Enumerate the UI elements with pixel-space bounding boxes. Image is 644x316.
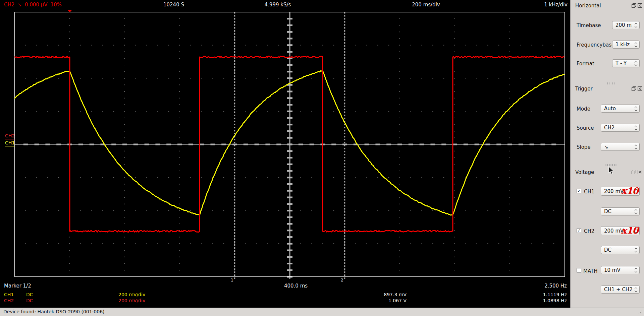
math-gain-select[interactable]: 10 mV — [601, 266, 640, 274]
format-select[interactable]: T - Y — [612, 59, 640, 67]
spinner-arrows-icon[interactable] — [632, 124, 639, 131]
scope-canvas[interactable] — [0, 0, 570, 308]
dock-controls-trigger — [632, 86, 642, 91]
ch2-coupling-select[interactable]: DC — [601, 246, 640, 254]
spinner-arrows-icon[interactable] — [632, 105, 639, 112]
ch2-checkbox-label: CH2 — [584, 228, 594, 234]
dock-title-horizontal: Horizontal — [575, 3, 601, 9]
marker-frequency: 2.500 Hz — [544, 283, 567, 289]
dock-controls-voltage — [632, 170, 642, 174]
float-dock-icon[interactable] — [632, 170, 636, 174]
marker-title: Marker 1/2 — [4, 283, 31, 289]
close-dock-icon[interactable] — [638, 86, 642, 91]
ch1-gain-readout: 200 mV/div — [118, 292, 145, 297]
dock-title-trigger: Trigger — [575, 86, 593, 92]
frequencybase-readout: 1 kHz/div — [544, 2, 568, 8]
dock-title-voltage: Voltage — [575, 169, 594, 175]
ch1-probe-badge: x10 — [621, 186, 638, 196]
spinner-arrows-icon[interactable] — [632, 246, 639, 254]
dock-panel-column: Horizontal Timebase 200 ms Frequencybase… — [570, 0, 644, 308]
frequencybase-select[interactable]: 1 kHz — [612, 41, 640, 49]
spinner-arrows-icon[interactable] — [632, 60, 639, 67]
oscilloscope-window: CH2 ↘ 0.000 µV 10% 10240 S 4.999 kS/s 20… — [0, 0, 644, 316]
spinner-arrows-icon[interactable] — [632, 266, 639, 274]
trigger-status: CH2 ↘ 0.000 µV 10% — [4, 2, 62, 8]
marker-span: 400.0 ms — [284, 283, 308, 289]
samplerate: 4.999 kS/s — [265, 2, 291, 8]
trigger-slope-select[interactable]: ↘ — [601, 143, 640, 151]
frequencybase-label: Frequencybase — [577, 42, 614, 48]
ch1-measure-row: CH1 DC 200 mV/div 897.3 mV 1.1119 Hz — [0, 292, 570, 298]
ch1-gain-select[interactable]: 200 mV x10 — [601, 187, 640, 196]
spinner-arrows-icon[interactable] — [632, 286, 639, 293]
trigger-source-label: Source — [577, 125, 594, 131]
ch1-amplitude: 897.3 mV — [352, 292, 407, 297]
trigger-channel: CH2 — [4, 2, 14, 8]
status-message: Device found: Hantek DSO-2090 (001:006) — [3, 309, 105, 314]
ch2-gain-select[interactable]: 200 mV x10 — [601, 226, 640, 235]
ch2-coupling: DC — [26, 298, 33, 303]
timebase-readout: 200 ms/div — [412, 2, 440, 8]
marker2-label[interactable]: 2 — [341, 278, 343, 282]
timebase-label: Timebase — [577, 22, 601, 28]
ch1-enable-checkbox[interactable]: ✓ — [577, 189, 581, 193]
ch2-gain-readout: 200 mV/div — [118, 298, 145, 303]
trigger-mode-select[interactable]: Auto — [601, 105, 640, 113]
spinner-arrows-icon[interactable] — [632, 41, 639, 48]
trigger-position: 10% — [50, 2, 61, 8]
trigger-source-select[interactable]: CH2 — [601, 124, 640, 132]
trigger-mode-label: Mode — [577, 106, 590, 112]
ch2-frequency: 1.0898 Hz — [543, 298, 567, 303]
ch2-measure-row: CH2 DC 200 mV/div 1.067 V 1.0898 Hz — [0, 298, 570, 304]
ch1-frequency: 1.1119 Hz — [543, 292, 567, 297]
ch2-amplitude: 1.067 V — [352, 298, 407, 303]
marker1-label[interactable]: 1 — [231, 278, 233, 282]
trigger-level: 0.000 µV — [25, 2, 48, 8]
spinner-arrows-icon[interactable] — [632, 208, 639, 215]
dock-controls-horizontal — [632, 3, 642, 8]
dock-drag-handle[interactable] — [605, 82, 616, 84]
math-mode-select[interactable]: CH1 + CH2 — [601, 286, 640, 294]
timebase-select[interactable]: 200 ms — [612, 21, 640, 29]
spinner-arrows-icon[interactable] — [632, 21, 639, 29]
ch1-coupling: DC — [26, 292, 33, 297]
trigger-slope-label: Slope — [577, 144, 591, 150]
format-label: Format — [577, 61, 594, 67]
ch1-coupling-select[interactable]: DC — [601, 207, 640, 215]
close-dock-icon[interactable] — [638, 170, 642, 174]
resize-grip[interactable] — [638, 310, 643, 315]
math-checkbox-label: MATH — [583, 268, 597, 274]
float-dock-icon[interactable] — [632, 86, 636, 91]
math-enable-checkbox[interactable] — [577, 268, 581, 273]
spinner-arrows-icon[interactable] — [632, 143, 639, 150]
ch1-zero-marker[interactable]: CH1 — [5, 140, 15, 146]
ch2-zero-marker[interactable]: CH2 — [5, 133, 15, 139]
close-dock-icon[interactable] — [638, 3, 642, 8]
ch2-probe-badge: x10 — [621, 225, 638, 236]
ch2-name: CH2 — [4, 298, 14, 303]
record-length: 10240 S — [163, 2, 184, 8]
status-bar: Device found: Hantek DSO-2090 (001:006) — [0, 308, 644, 316]
ch1-name: CH1 — [4, 292, 14, 297]
ch2-enable-checkbox[interactable]: ✓ — [577, 228, 581, 233]
trigger-slope-icon: ↘ — [17, 2, 22, 8]
ch1-checkbox-label: CH1 — [584, 189, 594, 195]
scope-display: CH2 ↘ 0.000 µV 10% 10240 S 4.999 kS/s 20… — [0, 0, 570, 308]
mouse-cursor — [608, 166, 615, 176]
float-dock-icon[interactable] — [632, 3, 636, 8]
